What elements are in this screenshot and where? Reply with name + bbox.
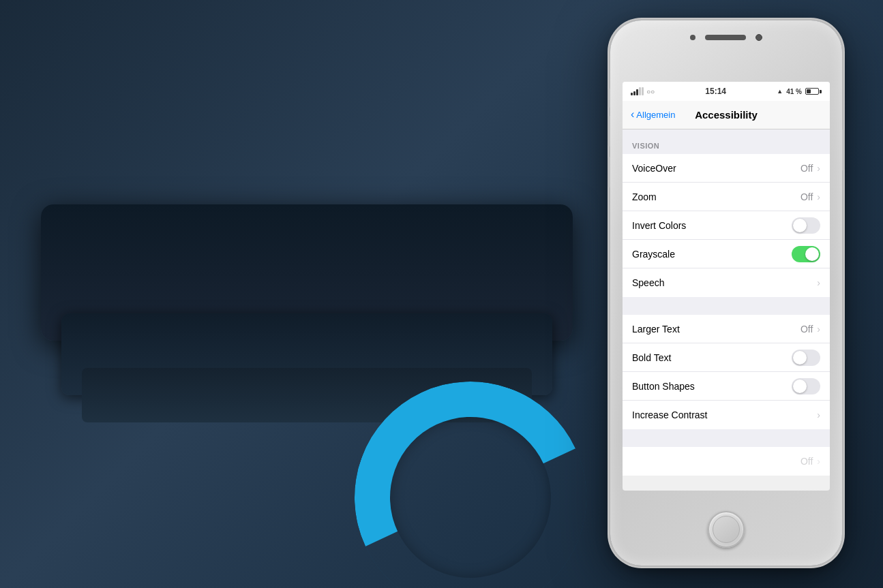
bottom-list-group: Off ›	[623, 447, 830, 476]
button-shapes-row[interactable]: Button Shapes	[623, 372, 830, 401]
grayscale-row[interactable]: Grayscale	[623, 240, 830, 268]
invert-colors-row[interactable]: Invert Colors	[623, 211, 830, 240]
speech-row[interactable]: Speech ›	[623, 268, 830, 297]
section-gap-2	[623, 429, 830, 447]
carrier-indicator: ○○	[646, 88, 655, 95]
back-label[interactable]: Allgemein	[636, 110, 675, 120]
larger-text-row[interactable]: Larger Text Off ›	[623, 315, 830, 343]
bold-text-label: Bold Text	[632, 352, 671, 363]
volume-up-button[interactable]	[608, 116, 610, 146]
iphone-screen: ○○ 15:14 ▲ 41 % ‹ Allgemein Accessibilit…	[623, 82, 830, 491]
grayscale-toggle[interactable]	[792, 246, 820, 262]
vision-list-group: VoiceOver Off › Zoom Off › Inver	[623, 154, 830, 297]
zoom-value: Off	[800, 191, 813, 202]
battery-percent: 41 %	[786, 88, 802, 95]
ear-sensor	[690, 35, 695, 40]
nav-title: Accessibility	[695, 109, 758, 121]
increase-contrast-chevron-icon: ›	[817, 409, 820, 420]
larger-text-label: Larger Text	[632, 324, 680, 335]
iphone-device: ○○ 15:14 ▲ 41 % ‹ Allgemein Accessibilit…	[610, 20, 842, 566]
button-shapes-toggle[interactable]	[792, 378, 820, 394]
section-gap-1	[623, 297, 830, 315]
iphone-top-notch	[665, 34, 788, 41]
zoom-row[interactable]: Zoom Off ›	[623, 183, 830, 211]
battery-icon	[805, 88, 822, 95]
invert-colors-toggle[interactable]	[792, 217, 820, 234]
interaction-list-group: Larger Text Off › Bold Text Button Shape…	[623, 315, 830, 429]
ios-nav-bar: ‹ Allgemein Accessibility	[623, 101, 830, 129]
zoom-label: Zoom	[632, 191, 657, 202]
larger-text-chevron-icon: ›	[817, 324, 820, 335]
motion-row-partial[interactable]: Off ›	[623, 447, 830, 476]
invert-colors-label: Invert Colors	[632, 220, 686, 231]
status-right: ▲ 41 %	[777, 88, 822, 95]
back-button[interactable]: ‹ Allgemein	[631, 109, 675, 121]
bold-text-row[interactable]: Bold Text	[623, 343, 830, 372]
back-chevron-icon: ‹	[631, 108, 634, 121]
front-camera	[755, 34, 762, 41]
voiceover-row[interactable]: VoiceOver Off ›	[623, 154, 830, 183]
earpiece-speaker	[705, 35, 746, 40]
motion-chevron-icon: ›	[817, 456, 820, 467]
speech-chevron-icon: ›	[817, 277, 820, 288]
voiceover-right: Off ›	[800, 163, 820, 174]
status-left: ○○	[631, 87, 655, 95]
location-icon: ▲	[777, 88, 783, 95]
motion-value: Off	[800, 456, 813, 467]
increase-contrast-label: Increase Contrast	[632, 409, 708, 420]
motion-right: Off ›	[800, 456, 820, 467]
zoom-right: Off ›	[800, 191, 820, 202]
voiceover-chevron-icon: ›	[817, 163, 820, 174]
vision-section-header: VISION	[623, 129, 830, 154]
shelf-decoration	[41, 204, 600, 422]
power-button[interactable]	[842, 129, 845, 170]
speech-label: Speech	[632, 277, 664, 288]
zoom-chevron-icon: ›	[817, 191, 820, 202]
home-button-inner	[713, 516, 740, 543]
mute-button[interactable]	[608, 89, 610, 108]
grayscale-label: Grayscale	[632, 249, 675, 260]
status-time: 15:14	[705, 87, 726, 96]
speech-right: ›	[817, 277, 820, 288]
signal-strength-icon	[631, 87, 644, 95]
home-button[interactable]	[708, 511, 745, 548]
increase-contrast-right: ›	[817, 409, 820, 420]
voiceover-value: Off	[800, 163, 813, 174]
volume-down-button[interactable]	[608, 157, 610, 187]
larger-text-value: Off	[800, 324, 813, 335]
increase-contrast-row[interactable]: Increase Contrast ›	[623, 401, 830, 429]
larger-text-right: Off ›	[800, 324, 820, 335]
button-shapes-label: Button Shapes	[632, 381, 695, 392]
ios-status-bar: ○○ 15:14 ▲ 41 %	[623, 82, 830, 101]
bold-text-toggle[interactable]	[792, 350, 820, 366]
settings-content: VISION VoiceOver Off › Zoom Off ›	[623, 129, 830, 476]
voiceover-label: VoiceOver	[632, 163, 676, 174]
